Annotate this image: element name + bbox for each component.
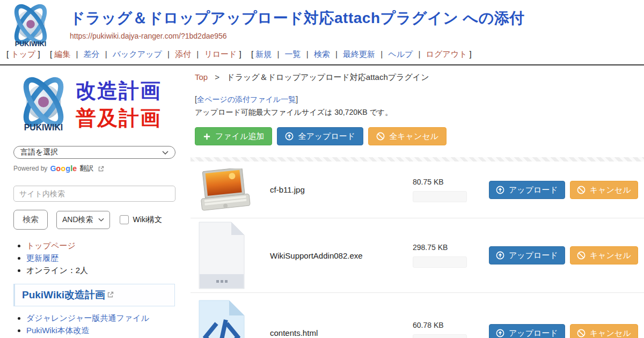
ban-icon	[577, 186, 586, 194]
breadcrumb-separator: >	[215, 72, 219, 82]
site-search-input[interactable]	[13, 186, 175, 202]
button-label: キャンセル	[590, 328, 631, 338]
nav-item-backup[interactable]: バックアップ	[113, 49, 162, 58]
cancel-all-button[interactable]: 全キャンセル	[368, 127, 447, 145]
language-select[interactable]: 言語を選択	[13, 146, 175, 159]
sidebar-logo[interactable]: PUKIWIKI 改造計画 普及計画	[13, 73, 177, 136]
nav-separator: |	[335, 49, 338, 58]
page-title: ドラッグ＆ドロップアップロード対応attachプラグイン への添付	[70, 10, 525, 27]
nav-item-search[interactable]: 検索	[314, 49, 330, 58]
ban-icon	[577, 329, 586, 337]
upload-circle-icon	[496, 329, 504, 337]
nav-item-reload[interactable]: リロード	[204, 49, 237, 58]
google-logo-text: Google	[50, 164, 77, 173]
nav-item-logout[interactable]: ログアウト	[426, 49, 467, 58]
pukiwiki-attach-page: PUKIWIKI ドラッグ＆ドロップアップロード対応attachプラグイン への…	[0, 0, 644, 338]
file-actions: アップロード キャンセル	[489, 181, 638, 199]
upload-circle-icon	[496, 186, 504, 194]
button-label: アップロード	[509, 328, 558, 338]
wiki-syntax-checkbox[interactable]	[120, 215, 129, 224]
nav-item-help[interactable]: ヘルプ	[388, 49, 413, 58]
nav-separator: |	[105, 49, 107, 58]
button-label: キャンセル	[590, 251, 631, 260]
nav-separator: |	[306, 49, 309, 58]
bracket: [	[251, 49, 253, 58]
ban-icon	[376, 132, 385, 141]
sidebar-item-common-files[interactable]: ダジャレンジャー版共通ファイル	[26, 313, 149, 322]
upload-button[interactable]: アップロード	[489, 246, 565, 264]
dropzone-border	[191, 157, 644, 161]
bracket: ]	[470, 49, 472, 58]
bulk-action-buttons: ファイル追加 全アップロード 全キャンセル	[191, 127, 644, 145]
logo-line-kaizo: 改造計画	[76, 77, 162, 105]
file-actions: アップロード キャンセル	[489, 246, 638, 264]
cancel-button[interactable]: キャンセル	[570, 246, 638, 264]
list-item: オンライン：2人	[26, 266, 177, 276]
wiki-syntax-label: Wiki構文	[133, 215, 162, 225]
upload-progress-bar	[413, 191, 467, 202]
translate-link[interactable]: 翻訳	[79, 164, 93, 173]
online-counter: オンライン：2人	[26, 266, 88, 275]
nav-separator: |	[196, 49, 199, 58]
google-translate-attribution: Powered by Google 翻訳	[13, 164, 177, 173]
upload-progress-bar	[413, 256, 467, 268]
upload-button[interactable]: アップロード	[489, 324, 565, 338]
sidebar-item-core-mods[interactable]: PukiWiki本体改造	[26, 326, 90, 335]
breadcrumb-current: ドラッグ＆ドロップアップロード対応attachプラグイン	[226, 72, 429, 82]
add-files-button[interactable]: ファイル追加	[195, 127, 272, 145]
file-thumbnail-cell	[191, 299, 270, 338]
list-item: トップページ	[26, 241, 177, 251]
button-label: 全アップロード	[298, 131, 355, 141]
breadcrumb-home-link[interactable]: Top	[195, 72, 208, 82]
nav-item-attach[interactable]: 添付	[175, 49, 191, 58]
header-text: ドラッグ＆ドロップアップロード対応attachプラグイン への添付 https:…	[70, 3, 525, 41]
file-name: cf-b11.jpg	[270, 185, 413, 194]
nav-group-site: [ 新規 | 一覧 | 検索 | 最終更新 | ヘルプ | ログアウト ]	[251, 49, 472, 58]
bracket: ]	[38, 49, 40, 58]
nav-item-edit[interactable]: 編集	[54, 49, 70, 58]
main-content: Top > ドラッグ＆ドロップアップロード対応attachプラグイン [全ページ…	[185, 65, 644, 338]
button-label: アップロード	[509, 185, 558, 195]
file-thumbnail-cell	[191, 221, 270, 290]
search-mode-select[interactable]: AND検索	[56, 211, 110, 229]
sidebar-item-recent-changes[interactable]: 更新履歴	[26, 253, 58, 262]
sidebar: PUKIWIKI 改造計画 普及計画 言語を選択 Powered by Goog…	[0, 65, 185, 338]
cancel-button[interactable]: キャンセル	[570, 181, 638, 199]
plus-icon	[203, 133, 211, 141]
nav-group-page: [ 編集 | 差分 | バックアップ | 添付 | リロード ]	[50, 49, 244, 58]
all-pages-attach-list-link[interactable]: 全ページの添付ファイル一覧	[197, 95, 296, 104]
header: PUKIWIKI ドラッグ＆ドロップアップロード対応attachプラグイン への…	[0, 0, 644, 48]
file-size-cell: 298.75 KB	[413, 243, 484, 268]
pukiwiki-kaizo-link[interactable]: PukiWiki改造計画	[22, 289, 105, 300]
sidebar-item-toppage[interactable]: トップページ	[26, 241, 76, 250]
cancel-button[interactable]: キャンセル	[570, 324, 638, 338]
sidebar-section-header: PukiWiki改造計画	[13, 284, 175, 306]
chevron-down-icon	[162, 151, 169, 155]
pukiwiki-logo-icon[interactable]: PUKIWIKI	[4, 3, 57, 49]
search-mode-value: AND検索	[62, 215, 93, 225]
file-row: cf-b11.jpg 80.75 KB アップロード	[191, 161, 644, 218]
nav-group-top: [ トップ ]	[6, 49, 42, 58]
upload-all-button[interactable]: 全アップロード	[277, 127, 363, 145]
nav-item-recent[interactable]: 最終更新	[343, 49, 375, 58]
nav-item-diff[interactable]: 差分	[84, 49, 100, 58]
nav-item-new[interactable]: 新規	[255, 49, 272, 58]
search-button[interactable]: 検索	[13, 210, 48, 230]
nav-item-list[interactable]: 一覧	[285, 49, 301, 58]
file-size-cell: 80.75 KB	[413, 178, 484, 202]
nav-item-top[interactable]: トップ	[11, 49, 35, 58]
file-size: 298.75 KB	[413, 243, 484, 252]
sidebar-links-top: トップページ 更新履歴 オンライン：2人	[13, 241, 177, 276]
powered-by-text: Powered by	[13, 165, 47, 172]
upload-button[interactable]: アップロード	[489, 181, 565, 199]
external-link-icon	[107, 291, 114, 298]
page-url-link[interactable]: https://pukiwiki.dajya-ranger.com/?1bd2d…	[70, 32, 227, 40]
upload-progress-bar	[413, 334, 467, 338]
logo-line-fukyu: 普及計画	[76, 105, 162, 132]
attach-list-row: [全ページの添付ファイル一覧]	[191, 95, 644, 105]
max-upload-size-text: アップロード可能最大ファイルサイズは 30,720KB です。	[191, 108, 644, 117]
search-controls: 検索 AND検索 Wiki構文	[13, 210, 177, 230]
bracket: ]	[239, 49, 241, 58]
button-label: キャンセル	[590, 185, 631, 195]
nav-separator: |	[419, 49, 421, 58]
